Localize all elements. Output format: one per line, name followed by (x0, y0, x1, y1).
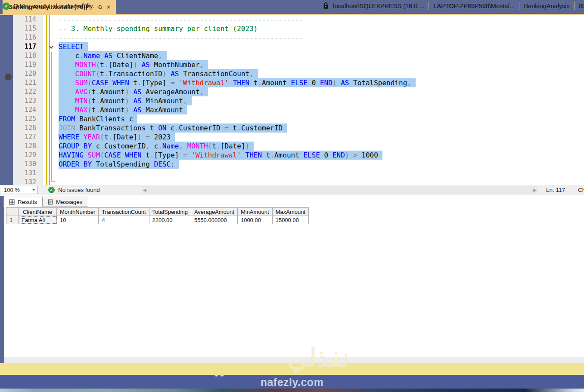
code-text: WHERE YEAR(t.[Date]) = 2023 (59, 133, 175, 142)
code-line[interactable]: 117SELECT (0, 42, 584, 51)
code-text: HAVING SUM(CASE WHEN t.[Type] = 'Withdra… (59, 151, 382, 160)
code-text: MIN(t.Amount) AS MinAmount, (59, 96, 192, 105)
line-number: 122 (0, 87, 43, 96)
fold-chevron-icon[interactable] (48, 43, 55, 50)
row-header[interactable]: 1 (6, 216, 19, 224)
health-indicator[interactable]: ✓ No issues found (48, 185, 100, 195)
status-connection-group: localhost\SQLEXPRESS (16.0 ... LAPTOP-2P… (323, 0, 584, 12)
column-header[interactable]: TotalSpending (149, 208, 191, 216)
zoom-select[interactable]: 100 % ▼ (1, 186, 38, 194)
line-number: 123 (0, 96, 43, 105)
server-name[interactable]: localhost\SQLEXPRESS (16.0 ... (333, 3, 424, 9)
column-header[interactable]: MinAmount (237, 208, 272, 216)
results-grid[interactable]: ClientNameMonthNumberTransactionCountTot… (6, 207, 309, 224)
check-icon: ✓ (48, 187, 55, 193)
messages-icon (48, 199, 53, 205)
column-header[interactable]: MaxAmount (272, 208, 308, 216)
scroll-right-icon[interactable]: ▶ (533, 188, 537, 192)
code-line[interactable]: 129HAVING SUM(CASE WHEN t.[Type] = 'With… (0, 151, 584, 160)
results-tab-strip: Results Messages (3, 196, 88, 207)
divider (429, 2, 429, 10)
login-name[interactable]: LAPTOP-2P69P598\Mostaf... (433, 3, 515, 9)
column-header[interactable]: TransactionCount (99, 208, 149, 216)
code-lines: 114-------------------------------------… (0, 15, 584, 187)
line-number: 124 (0, 105, 43, 114)
line-number: 118 (0, 51, 43, 60)
grid-cell[interactable]: 15000.00 (272, 216, 308, 224)
grid-cell[interactable]: 1000.00 (237, 216, 272, 224)
desktop-edge-strip (0, 389, 584, 392)
line-number: 117 (0, 42, 43, 51)
line-number: 126 (0, 123, 43, 133)
code-text: GROUP BY c.CustomerID, c.Name, MONTH(t.[… (59, 142, 254, 151)
line-number: 114 (0, 15, 43, 24)
breakpoint-icon[interactable] (5, 74, 12, 80)
line-number: 119 (0, 60, 43, 69)
line-number: 127 (0, 133, 43, 142)
code-line[interactable]: 127WHERE YEAR(t.[Date]) = 2023 (0, 133, 584, 142)
code-text: ORDER BY TotalSpending DESC; (59, 160, 179, 169)
column-header[interactable]: AverageAmount (191, 208, 237, 216)
zoom-value: 100 % (4, 187, 20, 193)
column-header[interactable]: ClientName (19, 208, 57, 216)
grid-cell[interactable]: Fatma Ali (19, 216, 57, 224)
code-line[interactable]: 118 c.Name AS ClientName, (0, 51, 584, 60)
divider (519, 2, 519, 10)
grid-cell[interactable]: 10 (57, 216, 99, 224)
tab-results-label: Results (18, 199, 37, 205)
code-line[interactable]: 125FROM BankClients c (0, 114, 584, 123)
success-check-icon: ✓ (3, 3, 10, 10)
line-number: 128 (0, 142, 43, 151)
status-message: Query executed successfully. (13, 3, 94, 9)
pin-icon[interactable] (95, 3, 103, 11)
line-number: 116 (0, 33, 43, 42)
line-number: 129 (0, 151, 43, 160)
lock-icon (323, 2, 329, 10)
chevron-down-icon[interactable]: ▼ (30, 186, 37, 194)
results-header-row: ClientNameMonthNumberTransactionCountTot… (6, 208, 309, 216)
grid-cell[interactable]: 5550.000000 (191, 216, 237, 224)
scroll-left-icon[interactable]: ◀ (143, 188, 146, 192)
status-bar (0, 363, 584, 375)
status-message-group: ✓ Query executed successfully. (3, 0, 94, 12)
code-line[interactable]: 115-- 3. Monthly spending summary per cl… (0, 24, 584, 33)
code-editor[interactable]: 114-------------------------------------… (0, 15, 584, 187)
column-header[interactable]: MonthNumber (57, 208, 99, 216)
code-line[interactable]: 114-------------------------------------… (0, 15, 584, 24)
line-position-indicator: Ln: 117 (546, 185, 565, 195)
code-line[interactable]: 119 MONTH(t.[Date]) AS MonthNumber, (0, 60, 584, 69)
results-left-margin (0, 196, 4, 363)
line-number: 130 (0, 160, 43, 169)
code-line[interactable]: 128GROUP BY c.CustomerID, c.Name, MONTH(… (0, 142, 584, 151)
line-number: 115 (0, 24, 43, 33)
code-line[interactable]: 120 COUNT(t.TransactionID) AS Transactio… (0, 69, 584, 78)
results-footer-strip (4, 357, 584, 363)
grid-cell[interactable]: 4 (99, 216, 149, 224)
fold-guide-line (51, 52, 52, 181)
horizontal-scrollbar[interactable]: ◀ ▶ (142, 186, 537, 194)
code-text: SUM(CASE WHEN t.[Type] = 'Withdrawal' TH… (59, 78, 416, 87)
code-line[interactable]: 130ORDER BY TotalSpending DESC; (0, 160, 584, 169)
line-number: 125 (0, 114, 43, 123)
code-text: c.Name AS ClientName, (59, 51, 167, 60)
code-text: MAX(t.Amount) AS MaxAmount (59, 105, 187, 114)
tab-results[interactable]: Results (3, 197, 43, 207)
code-line[interactable]: 116-------------------------------------… (0, 33, 584, 42)
code-line[interactable]: 122 AVG(t.Amount) AS AverageAmount, (0, 87, 584, 96)
code-line[interactable]: 123 MIN(t.Amount) AS MinAmount, (0, 96, 584, 105)
code-line[interactable]: 131 (0, 169, 584, 178)
tab-messages[interactable]: Messages (42, 197, 88, 207)
code-line[interactable]: 124 MAX(t.Amount) AS MaxAmount (0, 105, 584, 114)
code-text: AVG(t.Amount) AS AverageAmount, (59, 87, 208, 96)
column-header[interactable] (6, 208, 19, 216)
database-name[interactable]: BankingAnalysis (524, 3, 569, 9)
close-icon[interactable]: ✕ (105, 3, 112, 11)
ssms-window: BankingAnaly...ostafa (76))* ✕ 114------… (0, 0, 584, 392)
grid-icon (9, 199, 15, 205)
code-line[interactable]: 126JOIN BankTransactions t ON c.Customer… (0, 123, 584, 133)
code-line[interactable]: 121 SUM(CASE WHEN t.[Type] = 'Withdrawal… (0, 78, 584, 87)
grid-cell[interactable]: 2200.00 (149, 216, 191, 224)
code-text: JOIN BankTransactions t ON c.CustomerID … (59, 123, 287, 133)
code-text: -- 3. Monthly spending summary per clien… (59, 24, 258, 33)
tab-messages-label: Messages (56, 199, 83, 205)
